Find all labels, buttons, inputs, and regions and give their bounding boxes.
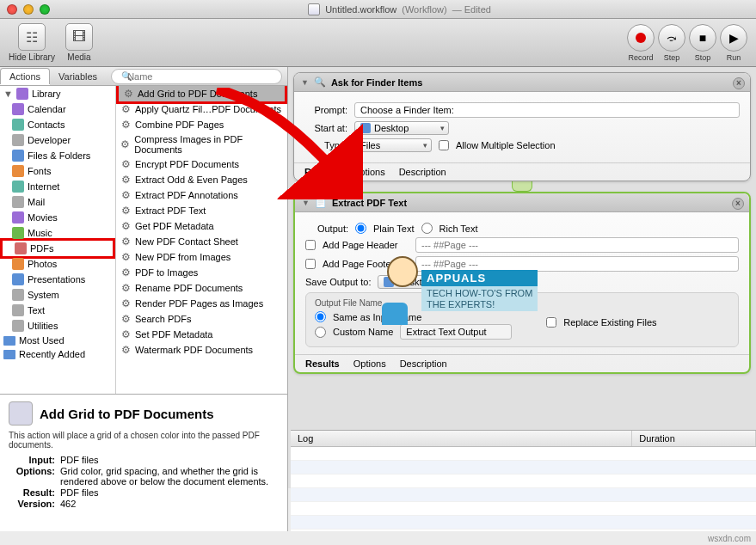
library-item-mail[interactable]: Mail	[0, 194, 115, 210]
media-icon: 🎞	[65, 23, 93, 51]
library-item-utilities[interactable]: Utilities	[0, 318, 115, 334]
action-item[interactable]: ⚙Encrypt PDF Documents	[116, 156, 287, 172]
duration-column-header[interactable]: Duration	[632, 431, 756, 446]
header-input[interactable]	[415, 237, 739, 253]
action-item[interactable]: ⚙Extract PDF Text	[116, 203, 287, 218]
stop-button[interactable]: ■ Stop	[689, 24, 716, 62]
action-item[interactable]: ⚙PDF to Images	[116, 265, 287, 280]
record-button[interactable]: Record	[627, 24, 655, 62]
options-tab[interactable]: Options	[353, 167, 385, 177]
save-output-select[interactable]: Desktop	[378, 275, 472, 289]
library-item-fonts[interactable]: Fonts	[0, 163, 115, 179]
action-item-label: Compress Images in PDF Documents	[134, 134, 284, 155]
log-body[interactable]	[291, 447, 756, 530]
action-item[interactable]: ⚙Rename PDF Documents	[116, 280, 287, 296]
replace-existing-checkbox[interactable]	[546, 317, 556, 328]
library-item-calendar[interactable]: Calendar	[0, 101, 115, 117]
library-item-photos[interactable]: Photos	[0, 256, 115, 272]
gear-icon: ⚙	[120, 344, 132, 356]
results-tab[interactable]: Results	[305, 358, 340, 369]
action-item[interactable]: ⚙Compress Images in PDF Documents	[116, 132, 287, 156]
library-item-internet[interactable]: Internet	[0, 179, 115, 194]
add-footer-label: Add Page Footer	[323, 259, 409, 269]
remove-action-button[interactable]: ×	[733, 77, 745, 89]
gear-icon: ⚙	[120, 313, 132, 325]
category-icon	[12, 196, 24, 208]
description-tab[interactable]: Description	[399, 167, 446, 177]
run-button[interactable]: ▶ Run	[720, 24, 747, 62]
action-item[interactable]: ⚙Set PDF Metadata	[116, 327, 287, 342]
library-item-contacts[interactable]: Contacts	[0, 117, 115, 132]
gear-icon: ⚙	[120, 236, 132, 248]
plain-text-radio[interactable]	[355, 223, 366, 234]
add-header-checkbox[interactable]	[305, 240, 316, 250]
library-item-text[interactable]: Text	[0, 303, 115, 318]
desc-value: PDF files	[60, 455, 279, 465]
minimize-window-button[interactable]	[23, 4, 34, 15]
prompt-input[interactable]	[354, 102, 740, 118]
log-column-header[interactable]: Log	[291, 431, 632, 446]
library-item-presentations[interactable]: Presentations	[0, 272, 115, 287]
action-item[interactable]: ⚙Extract PDF Annotations	[116, 187, 287, 203]
action-item-label: Get PDF Metadata	[135, 221, 214, 231]
search-input[interactable]	[111, 69, 282, 84]
watermark-text: wsxdn.com	[708, 534, 751, 543]
action-item[interactable]: ⚙Search PDFs	[116, 311, 287, 327]
action-item[interactable]: ⚙Render PDF Pages as Images	[116, 296, 287, 311]
disclosure-triangle-icon[interactable]: ▼	[301, 78, 309, 87]
remove-action-button[interactable]: ×	[732, 198, 744, 210]
library-item-movies[interactable]: Movies	[0, 210, 115, 225]
footer-input[interactable]	[415, 256, 739, 272]
type-select[interactable]: Files	[354, 138, 432, 152]
type-label: Type:	[304, 140, 347, 150]
action-card-ask-finder[interactable]: ▼ 🔍 Ask for Finder Items × Prompt: Start…	[293, 72, 751, 181]
start-at-select[interactable]: Desktop	[354, 121, 449, 135]
tab-variables[interactable]: Variables	[50, 69, 106, 84]
zoom-window-button[interactable]	[40, 4, 50, 15]
library-root[interactable]: ▼ Library	[0, 86, 115, 101]
library-item-system[interactable]: System	[0, 287, 115, 303]
folder-icon	[3, 350, 15, 359]
options-tab[interactable]: Options	[353, 358, 386, 369]
action-item[interactable]: ⚙Get PDF Metadata	[116, 218, 287, 234]
description-tab[interactable]: Description	[400, 358, 447, 369]
step-button[interactable]: ⤼ Step	[658, 24, 685, 62]
category-icon	[12, 289, 24, 301]
disclosure-triangle-icon[interactable]: ▼	[302, 199, 310, 207]
action-icon	[9, 401, 33, 426]
add-footer-checkbox[interactable]	[305, 259, 316, 269]
library-item-files-folders[interactable]: Files & Folders	[0, 148, 115, 163]
type-value: Files	[360, 140, 380, 150]
action-item[interactable]: ⚙New PDF from Images	[116, 249, 287, 265]
results-tab[interactable]: Results	[304, 167, 339, 177]
action-item[interactable]: ⚙Combine PDF Pages	[116, 117, 287, 132]
category-icon	[12, 134, 24, 146]
rich-text-radio[interactable]	[421, 223, 433, 234]
hide-library-button[interactable]: ☷ Hide Library	[9, 23, 55, 62]
same-as-input-radio[interactable]	[315, 311, 326, 322]
action-item-label: Search PDFs	[135, 314, 191, 324]
action-item[interactable]: ⚙Extract Odd & Even Pages	[116, 172, 287, 187]
tab-actions[interactable]: Actions	[0, 68, 50, 84]
action-card-extract-pdf-text[interactable]: ▼ 📄 Extract PDF Text × Output: Plain Tex…	[293, 192, 751, 374]
allow-multiple-checkbox[interactable]	[439, 140, 449, 150]
library-item-label: Presentations	[28, 274, 85, 285]
custom-name-radio[interactable]	[315, 327, 326, 338]
custom-name-input[interactable]	[400, 324, 512, 340]
output-filename-group-label: Output File Name	[315, 298, 512, 308]
library-item-label: Files & Folders	[28, 150, 90, 161]
search-box[interactable]: 🔍	[111, 69, 282, 84]
hide-library-label: Hide Library	[9, 52, 55, 62]
action-item[interactable]: ⚙Apply Quartz Fil…PDF Documents	[116, 101, 287, 117]
action-item-label: New PDF from Images	[135, 252, 230, 262]
gear-icon: ⚙	[120, 158, 132, 170]
workflow-canvas[interactable]: ▼ 🔍 Ask for Finder Items × Prompt: Start…	[288, 67, 756, 488]
most-used-folder[interactable]: Most Used	[0, 334, 115, 347]
action-item[interactable]: ⚙New PDF Contact Sheet	[116, 234, 287, 249]
recently-added-folder[interactable]: Recently Added	[0, 347, 115, 361]
media-button[interactable]: 🎞 Media	[65, 23, 93, 62]
document-icon	[308, 3, 320, 15]
close-window-button[interactable]	[7, 4, 17, 15]
action-item[interactable]: ⚙Watermark PDF Documents	[116, 342, 287, 358]
library-item-developer[interactable]: Developer	[0, 132, 115, 148]
